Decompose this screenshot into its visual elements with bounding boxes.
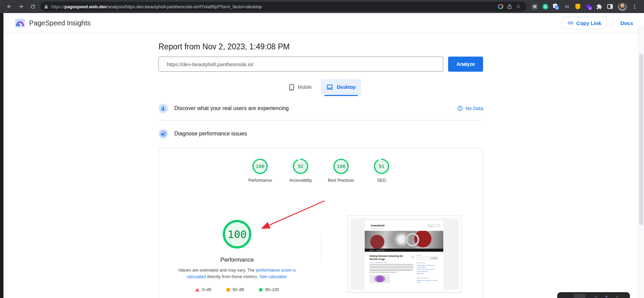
site-screenshot-thumbnail[interactable]: beautyholl My WordPress Blog Search Home…: [348, 215, 461, 293]
share-button[interactable]: [505, 2, 514, 11]
scrollbar-thumb[interactable]: [639, 53, 643, 225]
screenshot-area: beautyholl My WordPress Blog Search Home…: [351, 218, 458, 289]
mock-article-title: Defying Skincare-Unlocking the Secrets o…: [370, 255, 408, 261]
copy-link-label: Copy Link: [576, 20, 601, 26]
see-calculator-link[interactable]: See calculator.: [259, 274, 288, 279]
extensions-puzzle-button[interactable]: [596, 3, 602, 10]
browser-toolbar: https://pagespeed.web.dev/analysis/https…: [0, 0, 644, 13]
docs-link[interactable]: Docs: [618, 17, 635, 29]
mock-nav-item: Home: [370, 249, 374, 251]
performance-label: Performance: [161, 257, 313, 263]
mock-hero-image: [365, 231, 443, 249]
forward-button[interactable]: [15, 1, 27, 12]
gauge-accessibility[interactable]: 92 Accessibility: [280, 158, 321, 183]
stylus-extension-icon[interactable]: S: [586, 4, 591, 9]
browser-menu-button[interactable]: ⋮: [632, 3, 638, 10]
legend-item-poor: 0–49: [195, 287, 211, 292]
m-extension-icon[interactable]: M: [532, 4, 538, 10]
header-divider: [612, 18, 613, 28]
mock-recent-comments: A WordPress Commenter on Hello world!: [417, 279, 440, 283]
mock-header-search: Search: [428, 224, 440, 227]
mock-recent-posts: Defying Skincare-Unlocking the Secrets o…: [417, 264, 440, 274]
text-line: [370, 266, 413, 266]
mock-recent-posts-label: Recent Posts: [417, 262, 440, 264]
sq-extension-icon[interactable]: SQ: [564, 3, 570, 10]
legend-square-icon: [226, 288, 230, 291]
side-panel-button[interactable]: [607, 3, 613, 10]
real-users-icon: [159, 104, 168, 113]
overlay-button[interactable]: [574, 294, 585, 298]
translate-extension-icon[interactable]: A g: [553, 4, 559, 10]
analyze-button[interactable]: Analyze: [448, 57, 483, 72]
overlay-toolbar[interactable]: [557, 292, 630, 298]
back-button[interactable]: [3, 1, 15, 12]
share-icon: [507, 4, 512, 9]
legend-triangle-icon: [195, 288, 199, 291]
score-value: 91: [373, 158, 390, 175]
info-icon: [457, 106, 463, 111]
page-title: PageSpeed Insights: [29, 19, 91, 27]
page-scrollbar[interactable]: [638, 26, 644, 298]
tab-desktop[interactable]: Desktop: [321, 79, 361, 95]
url-scheme: https://: [51, 4, 65, 9]
lab-data-title: Diagnose performance issues: [174, 131, 247, 137]
url-input[interactable]: [159, 57, 443, 72]
grammarly-extension-icon[interactable]: G: [542, 4, 548, 10]
honey-extension-icon[interactable]: [575, 3, 581, 10]
app-header: PageSpeed Insights Copy Link Docs: [3, 13, 644, 33]
google-app-button[interactable]: [496, 2, 505, 11]
url-path: /analysis/https-dev-beautyholl-pantheons…: [107, 4, 262, 9]
reload-button[interactable]: [27, 1, 38, 12]
text-line: [370, 272, 397, 273]
tab-mobile[interactable]: Mobile: [280, 79, 321, 95]
score-label: Accessibility: [289, 178, 312, 183]
overlay-dot: [616, 296, 618, 297]
text-line: [370, 269, 413, 270]
gauge-seo[interactable]: 91 SEO: [361, 158, 402, 183]
score-label: Best Practices: [328, 178, 354, 183]
mock-article-image: [370, 274, 390, 283]
comment-bubble-icon: [411, 255, 414, 258]
back-icon: [6, 3, 12, 10]
overlay-dot: [595, 296, 597, 297]
no-data-status[interactable]: No Data: [457, 106, 483, 111]
mock-site-tagline: My WordPress Blog: [371, 228, 383, 229]
desktop-laptop-icon: [326, 84, 333, 90]
legend-item-average: 50–89: [226, 287, 244, 292]
mock-search-button: Search: [431, 257, 438, 260]
link-icon: [567, 20, 574, 26]
performance-big-gauge: 100: [222, 219, 252, 249]
mock-article: Defying Skincare-Unlocking the Secrets o…: [370, 255, 413, 283]
score-value: 100: [333, 158, 349, 175]
text-line: [370, 264, 413, 265]
forward-icon: [18, 3, 24, 10]
address-bar[interactable]: https://pagespeed.web.dev/analysis/https…: [40, 2, 526, 11]
gauge-best-practices[interactable]: 100 Best Practices: [321, 158, 361, 183]
mock-article-meta: Posted on November 2, 2023: [370, 262, 413, 263]
extensions-row: M G A g SQ S ⋮: [529, 2, 641, 11]
performance-detail: 100 Performance Values are estimated and…: [161, 219, 313, 292]
puzzle-icon: [596, 4, 602, 10]
field-data-title: Discover what your real users are experi…: [174, 105, 289, 111]
legend-range: 90–100: [265, 287, 279, 292]
tab-desktop-label: Desktop: [337, 84, 355, 90]
diagnose-gauge-icon: [159, 129, 168, 139]
score-gauges-row: 100 Performance 92 Accessibility 100 Bes: [159, 158, 483, 183]
text-line: [370, 270, 412, 271]
mock-site-title: beautyholl: [371, 224, 385, 227]
url-host: pagespeed.web.dev: [65, 4, 107, 9]
gauge-performance[interactable]: 100 Performance: [240, 158, 280, 183]
mobile-phone-icon: [289, 84, 294, 91]
profile-avatar[interactable]: [618, 2, 627, 11]
google-icon: [498, 4, 503, 9]
score-legend: 0–49 50–89 90–100: [161, 287, 313, 292]
mock-nav-bar: Home Sample Page: [365, 249, 443, 252]
bookmark-button[interactable]: ☆: [514, 2, 523, 11]
lab-data-row: Diagnose performance issues: [159, 129, 483, 139]
copy-link-button[interactable]: Copy Link: [562, 17, 607, 29]
score-label: Performance: [248, 178, 272, 183]
legend-range: 50–89: [233, 287, 244, 292]
field-data-row: Discover what your real users are experi…: [159, 104, 483, 113]
reload-icon: [30, 4, 36, 10]
device-tabs: Mobile Desktop: [159, 79, 483, 95]
